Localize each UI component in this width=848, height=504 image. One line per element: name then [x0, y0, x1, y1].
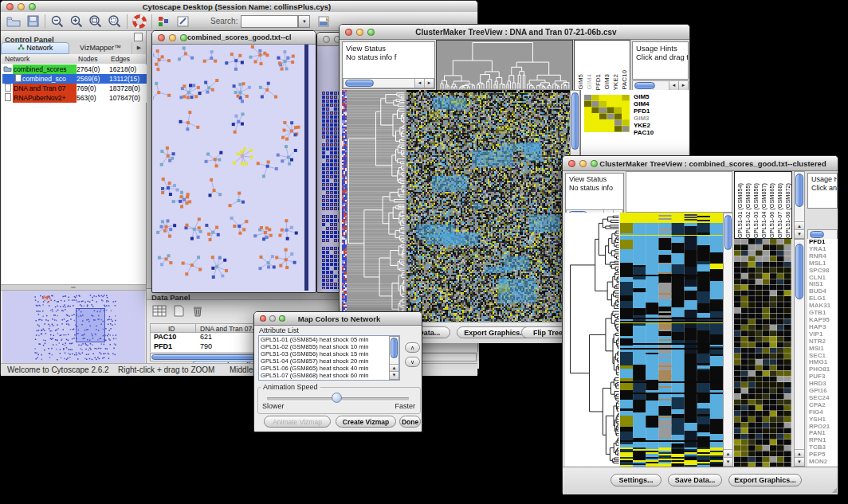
- combined-row-dendrogram[interactable]: [565, 213, 620, 467]
- save-icon[interactable]: [23, 13, 42, 30]
- column-label[interactable]: GPL51-08 (GSM872): [784, 183, 791, 238]
- column-label[interactable]: GPL51-06 (GSM865): [768, 183, 775, 238]
- move-down-button[interactable]: ∨: [405, 357, 420, 367]
- annotation-icon[interactable]: [174, 13, 193, 30]
- minimize-icon[interactable]: [269, 315, 276, 322]
- network-row-dna-tran[interactable]: DNA and Tran 07 769(0) 183728(0): [2, 84, 147, 93]
- column-label[interactable]: GPL51-01 (GSM854): [736, 183, 744, 238]
- scroll-down-icon[interactable]: ▼: [390, 371, 398, 379]
- tab-vizmapper[interactable]: VizMapper™: [69, 42, 132, 54]
- close-icon[interactable]: [345, 29, 352, 36]
- minimize-icon[interactable]: [356, 29, 363, 36]
- combined-zoom-vscrollbar[interactable]: ▲ ▼: [794, 239, 805, 467]
- zoom-icon[interactable]: [180, 34, 187, 41]
- zoom-icon[interactable]: [29, 3, 36, 10]
- column-label[interactable]: GIM3: [603, 74, 610, 90]
- col-nodes[interactable]: Nodes: [78, 54, 98, 64]
- table-icon[interactable]: [150, 302, 169, 319]
- scroll-down-icon[interactable]: ▼: [795, 457, 804, 466]
- close-icon[interactable]: [158, 34, 165, 41]
- resize-grip-icon[interactable]: ◢: [832, 486, 837, 494]
- column-label[interactable]: GPL51-07 (GSM868): [776, 183, 783, 238]
- treeview-combined-title-bar[interactable]: ClusterMaker TreeView : combined_scores_…: [563, 156, 838, 171]
- column-label[interactable]: PAC10: [621, 70, 628, 90]
- close-icon[interactable]: [568, 160, 575, 167]
- attribute-item[interactable]: GPL51-02 (GSM855) heat shock 10 min: [259, 343, 399, 350]
- attribute-item[interactable]: GPL51-07 (GSM868) heat shock 60 min: [259, 372, 399, 379]
- create-vizmap-button[interactable]: Create Vizmap: [336, 416, 396, 428]
- zoom-in-icon[interactable]: [67, 13, 86, 30]
- help-lifering-icon[interactable]: [130, 13, 149, 30]
- dna-heatmap[interactable]: [406, 90, 570, 322]
- search-input[interactable]: [241, 15, 298, 28]
- float-panel-icon[interactable]: [134, 33, 143, 41]
- scroll-right-icon[interactable]: ►: [424, 79, 434, 88]
- dna-column-dendrogram[interactable]: [436, 40, 573, 91]
- main-title-bar[interactable]: Cytoscape Desktop (Session Name: collins…: [1, 1, 477, 13]
- close-icon[interactable]: [260, 315, 266, 322]
- col-network[interactable]: Network: [5, 54, 29, 64]
- zoom-fit-icon[interactable]: [86, 13, 105, 30]
- tab-network[interactable]: Network: [1, 42, 69, 54]
- treeview-dna-title-bar[interactable]: ClusterMaker TreeView : DNA and Tran 07-…: [340, 25, 689, 40]
- zoom-icon[interactable]: [279, 315, 285, 322]
- combined-heatmap-vscrollbar[interactable]: ▲ ▼: [723, 213, 733, 467]
- combined-heatmap[interactable]: [620, 213, 723, 467]
- column-label[interactable]: GPL51-03 (GSM856): [752, 183, 760, 238]
- attribute-item[interactable]: GPL51-01 (GSM854) heat shock 05 min: [259, 336, 399, 343]
- network-row-combined-sco-selected[interactable]: combined_sco 2569(6) 13112(15): [2, 74, 147, 84]
- attribute-item[interactable]: GPL51-04 (GSM857) heat shock 20 min: [259, 357, 399, 365]
- dna-row-dendrogram[interactable]: [347, 90, 406, 322]
- minimize-icon[interactable]: [169, 34, 176, 41]
- attribute-item[interactable]: GPL51-06 (GSM865) heat shock 40 min: [259, 365, 399, 372]
- trash-icon[interactable]: [188, 302, 207, 319]
- vizmapper-icon[interactable]: [155, 13, 174, 30]
- search-dropdown-icon[interactable]: ▼: [298, 15, 310, 28]
- network-view-title-bar[interactable]: combined_scores_good.txt--cluste...: [152, 31, 316, 45]
- close-icon[interactable]: [6, 3, 14, 10]
- column-label[interactable]: GIM4: [586, 74, 593, 90]
- save-data-button[interactable]: Save Data...: [668, 474, 722, 486]
- zoom-icon[interactable]: [367, 29, 375, 36]
- tab-overflow-icon[interactable]: ▶: [132, 42, 146, 54]
- birds-eye-view[interactable]: [2, 291, 145, 365]
- attribute-list-scrollbar[interactable]: ▲ ▼: [389, 336, 399, 380]
- column-label[interactable]: PFD1: [595, 74, 602, 90]
- network-row-combined-scores[interactable]: combined_scores 2764(0) 16218(0): [2, 64, 147, 74]
- combined-column-dendrogram-area[interactable]: [626, 171, 732, 213]
- export-graphics-button[interactable]: Export Graphics...: [728, 474, 802, 486]
- minimize-icon[interactable]: [579, 160, 587, 167]
- column-label[interactable]: GIM5: [577, 74, 584, 90]
- animate-vizmap-button[interactable]: Animate Vizmap: [264, 416, 331, 428]
- scroll-left-icon[interactable]: ◄: [414, 79, 424, 88]
- settings-button[interactable]: Settings...: [610, 474, 662, 486]
- attribute-item[interactable]: GPL51-03 (GSM856) heat shock 15 min: [259, 350, 399, 357]
- scroll-right-icon[interactable]: ►: [678, 81, 688, 90]
- scroll-down-icon[interactable]: ▼: [724, 457, 732, 466]
- animation-slider-thumb[interactable]: [332, 393, 342, 403]
- scroll-down-icon[interactable]: ▼: [795, 229, 804, 238]
- zoom-out-icon[interactable]: [48, 13, 67, 30]
- view-status-scrollbar[interactable]: ◄ ►: [343, 78, 434, 88]
- close-icon[interactable]: [323, 36, 330, 43]
- attribute-listbox[interactable]: GPL51-01 (GSM854) heat shock 05 min GPL5…: [258, 335, 400, 381]
- zoom-icon[interactable]: [591, 160, 598, 167]
- combined-zoom-heatmap[interactable]: [734, 239, 791, 467]
- dna-zoom-heatmap[interactable]: [584, 95, 630, 132]
- done-button[interactable]: Done: [399, 416, 421, 428]
- open-folder-icon[interactable]: [4, 13, 23, 30]
- column-label[interactable]: GPL51-04 (GSM857): [760, 183, 768, 238]
- col-edges[interactable]: Edges: [111, 54, 130, 64]
- column-label[interactable]: YKE2: [612, 74, 619, 90]
- column-label[interactable]: GPL51-02 (GSM855): [744, 183, 752, 238]
- dialog-title-bar[interactable]: Map Colors to Network: [254, 312, 422, 326]
- combined-labels-vscrollbar[interactable]: ▲ ▼: [794, 171, 805, 239]
- attribute-browser-icon[interactable]: [315, 13, 334, 30]
- panel-divider-handle[interactable]: [1, 284, 146, 291]
- minimize-icon[interactable]: [18, 3, 25, 10]
- gene-label[interactable]: PAC10: [634, 130, 654, 137]
- gene-label[interactable]: MON2: [809, 459, 838, 466]
- move-up-button[interactable]: ∧: [405, 342, 420, 353]
- scroll-left-icon[interactable]: ◄: [669, 81, 678, 90]
- network-canvas[interactable]: [153, 45, 304, 291]
